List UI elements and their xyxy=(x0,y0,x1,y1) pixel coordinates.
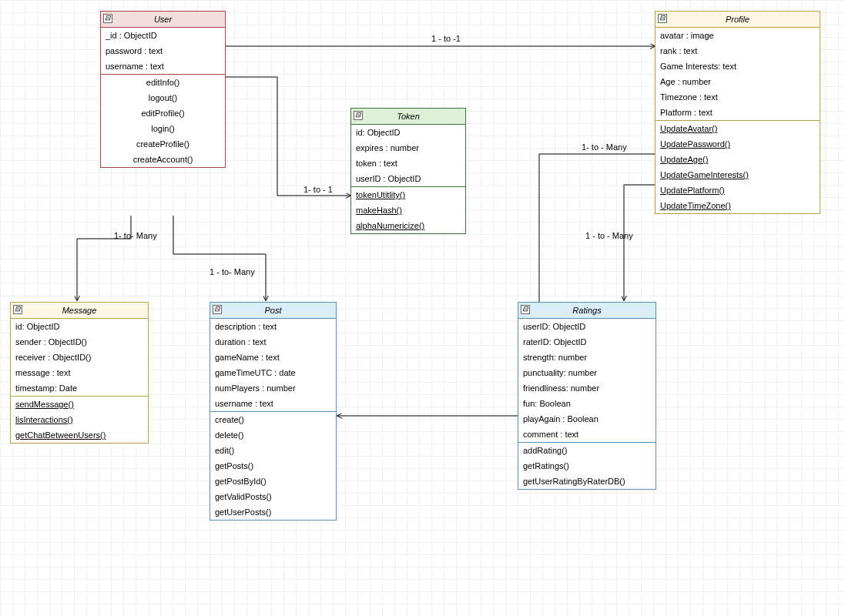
entity-methods: addRating() getRatings() getUserRatingBy… xyxy=(518,442,656,489)
entity-title: Ratings xyxy=(572,306,601,315)
attr-row: username : text xyxy=(101,59,225,74)
method-row: getChatBetweenUsers() xyxy=(11,427,148,443)
collapse-icon[interactable]: ⊟ xyxy=(658,14,667,23)
collapse-icon[interactable]: ⊟ xyxy=(213,305,222,314)
entity-post[interactable]: ⊟ Post description : text duration : tex… xyxy=(210,302,337,521)
entity-attrs: id: ObjectID sender : ObjectID() receive… xyxy=(11,319,148,396)
attr-row: duration : text xyxy=(210,334,336,350)
attr-row: message : text xyxy=(11,365,148,380)
attr-row: _id : ObjectID xyxy=(101,28,225,43)
attr-row: strength: number xyxy=(518,350,656,365)
method-row: UpdateTimeZone() xyxy=(656,198,820,213)
method-row: createProfile() xyxy=(101,136,225,152)
attr-row: sender : ObjectID() xyxy=(11,334,148,350)
entity-attrs: id: ObjectID expires : number token : te… xyxy=(351,125,465,186)
label-user-post: 1 - to- Many xyxy=(210,267,255,276)
method-row: getRatings() xyxy=(518,458,656,474)
entity-user[interactable]: ⊟ User _id : ObjectID password : text us… xyxy=(100,11,226,168)
entity-title: Token xyxy=(397,112,420,121)
method-row: create() xyxy=(210,412,336,427)
entity-token[interactable]: ⊟ Token id: ObjectID expires : number to… xyxy=(350,108,466,234)
entity-attrs: avatar : image rank : text Game Interest… xyxy=(656,28,820,120)
attr-row: Age : number xyxy=(656,74,820,89)
entity-methods: editInfo() logout() editProfile() login(… xyxy=(101,74,225,167)
method-row: getPosts() xyxy=(210,458,336,474)
entity-attrs: description : text duration : text gameN… xyxy=(210,319,336,411)
attr-row: fun: Boolean xyxy=(518,396,656,411)
attr-row: password : text xyxy=(101,43,225,59)
label-profile-post: 1- to - Many xyxy=(582,142,627,152)
collapse-icon[interactable]: ⊟ xyxy=(13,305,22,314)
attr-row: punctuality: number xyxy=(518,365,656,380)
method-row: UpdateGameInterests() xyxy=(656,167,820,182)
method-row: editInfo() xyxy=(101,75,225,90)
attr-row: numPlayers : number xyxy=(210,380,336,396)
entity-methods: sendMessage() lisInteractions() getChatB… xyxy=(11,396,148,443)
method-row: makeHash() xyxy=(351,203,465,218)
method-row: tokenUtitlity() xyxy=(351,187,465,203)
method-row: getUserRatingByRaterDB() xyxy=(518,474,656,489)
attr-row: timestamp: Date xyxy=(11,380,148,396)
label-user-profile: 1 - to -1 xyxy=(431,34,461,43)
attr-row: username : text xyxy=(210,396,336,411)
attr-row: friendliness: number xyxy=(518,380,656,396)
entity-title: User xyxy=(154,15,172,24)
method-row: editProfile() xyxy=(101,105,225,121)
collapse-icon[interactable]: ⊟ xyxy=(521,305,530,314)
entity-attrs: userID: ObjectID raterID: ObjectID stren… xyxy=(518,319,656,442)
method-row: getPostById() xyxy=(210,474,336,489)
method-row: createAccount() xyxy=(101,152,225,167)
attr-row: id: ObjectID xyxy=(11,319,148,334)
method-row: sendMessage() xyxy=(11,397,148,412)
entity-ratings[interactable]: ⊟ Ratings userID: ObjectID raterID: Obje… xyxy=(518,302,656,490)
attr-row: Game Interests: text xyxy=(656,59,820,74)
method-row: edit() xyxy=(210,443,336,458)
entity-title: Post xyxy=(264,306,281,315)
attr-row: gameName : text xyxy=(210,350,336,365)
method-row: UpdateAge() xyxy=(656,152,820,167)
attr-row: rank : text xyxy=(656,43,820,59)
method-row: getUserPosts() xyxy=(210,504,336,520)
attr-row: gameTimeUTC : date xyxy=(210,365,336,380)
attr-row: userID : ObjectID xyxy=(351,171,465,186)
attr-row: userID: ObjectID xyxy=(518,319,656,334)
attr-row: Platform : text xyxy=(656,105,820,120)
attr-row: comment : text xyxy=(518,427,656,442)
entity-methods: create() delete() edit() getPosts() getP… xyxy=(210,411,336,520)
method-row: delete() xyxy=(210,427,336,443)
entity-title: Message xyxy=(62,306,97,315)
method-row: UpdateAvatar() xyxy=(656,121,820,136)
collapse-icon[interactable]: ⊟ xyxy=(354,111,363,120)
label-profile-ratings: 1 - to - Many xyxy=(585,231,633,240)
diagram-canvas: 1 - to -1 1- to - 1 1- to- Many 1 - to- … xyxy=(0,0,845,616)
entity-attrs: _id : ObjectID password : text username … xyxy=(101,28,225,74)
method-row: UpdatePassword() xyxy=(656,136,820,152)
method-row: getValidPosts() xyxy=(210,489,336,504)
attr-row: Timezone : text xyxy=(656,89,820,105)
label-user-message: 1- to- Many xyxy=(114,231,157,240)
method-row: logout() xyxy=(101,90,225,105)
attr-row: receiver : ObjectID() xyxy=(11,350,148,365)
attr-row: playAgain : Boolean xyxy=(518,411,656,427)
entity-profile[interactable]: ⊟ Profile avatar : image rank : text Gam… xyxy=(655,11,820,214)
attr-row: id: ObjectID xyxy=(351,125,465,140)
attr-row: avatar : image xyxy=(656,28,820,43)
entity-methods: UpdateAvatar() UpdatePassword() UpdateAg… xyxy=(656,120,820,213)
attr-row: expires : number xyxy=(351,140,465,156)
method-row: UpdatePlatform() xyxy=(656,182,820,198)
label-user-token: 1- to - 1 xyxy=(303,185,333,194)
collapse-icon[interactable]: ⊟ xyxy=(103,14,112,23)
entity-title: Profile xyxy=(726,15,749,24)
method-row: alphaNumericize() xyxy=(351,218,465,233)
attr-row: raterID: ObjectID xyxy=(518,334,656,350)
entity-methods: tokenUtitlity() makeHash() alphaNumerici… xyxy=(351,186,465,233)
method-row: login() xyxy=(101,121,225,136)
entity-message[interactable]: ⊟ Message id: ObjectID sender : ObjectID… xyxy=(10,302,149,444)
method-row: lisInteractions() xyxy=(11,412,148,427)
attr-row: token : text xyxy=(351,156,465,171)
method-row: addRating() xyxy=(518,443,656,458)
attr-row: description : text xyxy=(210,319,336,334)
